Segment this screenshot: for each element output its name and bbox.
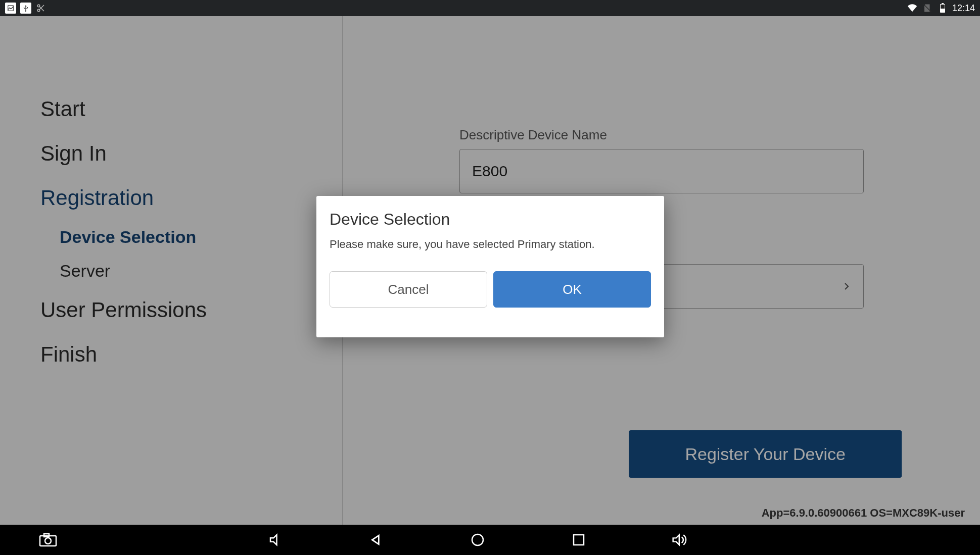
- svg-point-14: [472, 534, 483, 545]
- svg-marker-16: [673, 535, 679, 544]
- device-selection-dialog: Device Selection Please make sure, you h…: [316, 196, 664, 337]
- volume-up-icon[interactable]: [667, 530, 692, 550]
- scissors-icon: [35, 3, 46, 14]
- svg-marker-12: [270, 535, 277, 545]
- svg-rect-7: [942, 3, 944, 4]
- svg-rect-0: [8, 6, 14, 11]
- dialog-message: Please make sure, you have selected Prim…: [330, 238, 651, 251]
- ok-button[interactable]: OK: [493, 271, 651, 308]
- picture-icon: [5, 3, 16, 14]
- android-nav-bar: [0, 525, 980, 555]
- camera-icon[interactable]: [35, 530, 61, 550]
- wifi-icon: [907, 3, 918, 14]
- usb-icon: [20, 3, 31, 14]
- home-icon[interactable]: [465, 530, 490, 550]
- volume-down-icon[interactable]: [263, 530, 288, 550]
- cancel-button[interactable]: Cancel: [330, 271, 487, 308]
- battery-icon: [937, 3, 948, 14]
- recents-icon[interactable]: [566, 530, 591, 550]
- status-bar: 12:14: [0, 0, 980, 16]
- no-sim-icon: [922, 3, 933, 14]
- svg-rect-8: [941, 5, 945, 9]
- dialog-title: Device Selection: [330, 210, 651, 229]
- svg-point-11: [45, 538, 51, 544]
- svg-rect-15: [574, 535, 584, 545]
- back-icon[interactable]: [364, 530, 389, 550]
- svg-marker-13: [372, 535, 379, 544]
- status-time: 12:14: [952, 3, 975, 14]
